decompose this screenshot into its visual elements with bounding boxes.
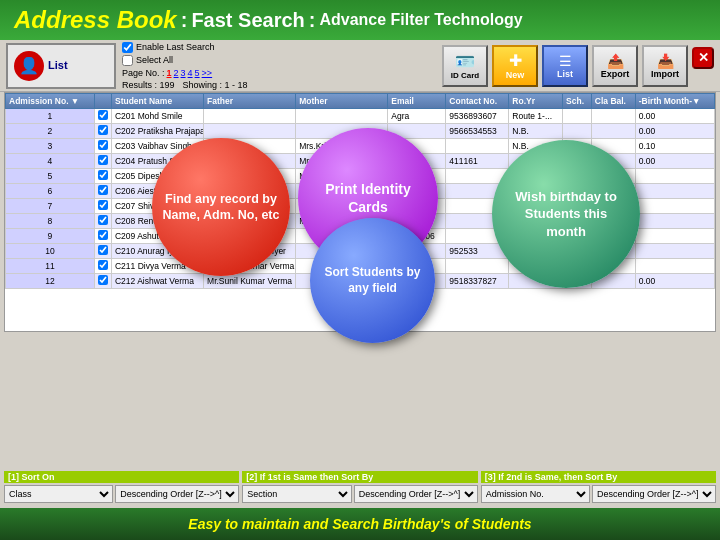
col-birth[interactable]: -Birth Month-▼ [635, 94, 714, 109]
main-area: 👤 List Enable Last Search Select All Pag… [0, 40, 720, 540]
col-name: Student Name [111, 94, 203, 109]
sort-field-2[interactable]: Section [242, 485, 351, 503]
student-icon: 👤 [14, 51, 44, 81]
enable-last-search-label: Enable Last Search [136, 42, 215, 52]
results-count: Results : 199 [122, 80, 175, 90]
sort-label-2: [2] If 1st is Same then Sort By [242, 471, 477, 483]
page-label: Page No. : [122, 68, 165, 78]
sort-order-1[interactable]: Descending Order [Z-->^] [115, 485, 239, 503]
sort-group-1: [1] Sort On Class Descending Order [Z-->… [4, 471, 239, 503]
col-father: Father [204, 94, 296, 109]
sort-label-1: [1] Sort On [4, 471, 239, 483]
col-email: Email [388, 94, 446, 109]
student-label: List [48, 58, 68, 72]
sort-field-1[interactable]: Class [4, 485, 113, 503]
col-ro: Ro.Yr [509, 94, 563, 109]
col-bal: Cla Bal. [591, 94, 635, 109]
page-next[interactable]: >> [202, 68, 213, 78]
col-admission[interactable]: Admission No. ▼ [6, 94, 95, 109]
new-label: New [506, 70, 525, 80]
col-check [94, 94, 111, 109]
import-button[interactable]: 📥 Import [642, 45, 688, 87]
sort-bar: [1] Sort On Class Descending Order [Z-->… [0, 468, 720, 506]
import-label: Import [651, 69, 679, 79]
header-colon: : [181, 9, 188, 32]
sort-group-3: [3] If 2nd is Same, then Sort By Admissi… [481, 471, 716, 503]
header-advance: Advance Filter Technology [319, 11, 522, 29]
sort-order-2[interactable]: Descending Order [Z-->^] [354, 485, 478, 503]
footer-text: Easy to maintain and Search Birthday's o… [188, 516, 531, 532]
page-3[interactable]: 3 [181, 68, 186, 78]
checkbox-area: Enable Last Search Select All Page No. :… [122, 42, 248, 90]
wish-birthday-bubble[interactable]: Wish birthday to Students this month [492, 140, 640, 288]
sort-students-bubble[interactable]: Sort Students by any field [310, 218, 435, 343]
footer: Easy to maintain and Search Birthday's o… [0, 508, 720, 540]
new-button[interactable]: ✚ New [492, 45, 538, 87]
col-contact: Contact No. [446, 94, 509, 109]
col-mother: Mother [296, 94, 388, 109]
page-5[interactable]: 5 [195, 68, 200, 78]
header-fast-search: Fast Search [191, 9, 304, 32]
page-4[interactable]: 4 [188, 68, 193, 78]
showing-range: Showing : 1 - 18 [183, 80, 248, 90]
table-row[interactable]: 1 C201 Mohd Smile Agra 9536893607 Route … [6, 109, 715, 124]
list-button[interactable]: ☰ List [542, 45, 588, 87]
find-record-bubble[interactable]: Find any record by Name, Adm. No, etc [152, 138, 290, 276]
student-section: 👤 List [6, 43, 116, 89]
page-2[interactable]: 2 [174, 68, 179, 78]
enable-last-search-checkbox[interactable] [122, 42, 133, 53]
header-colon2: : [309, 9, 316, 32]
col-sch: Sch. [563, 94, 592, 109]
list-label: List [557, 69, 573, 79]
export-button[interactable]: 📤 Export [592, 45, 638, 87]
sort-label-3: [3] If 2nd is Same, then Sort By [481, 471, 716, 483]
header-title: Address Book [14, 6, 177, 34]
page-1[interactable]: 1 [167, 68, 172, 78]
sort-field-3[interactable]: Admission No. [481, 485, 590, 503]
id-card-label: ID Card [451, 71, 479, 80]
select-all-label: Select All [136, 55, 173, 65]
sort-group-2: [2] If 1st is Same then Sort By Section … [242, 471, 477, 503]
top-toolbar: 👤 List Enable Last Search Select All Pag… [0, 40, 720, 92]
sort-order-3[interactable]: Descending Order [Z-->^] [592, 485, 716, 503]
select-all-checkbox[interactable] [122, 55, 133, 66]
close-button[interactable]: ✕ [692, 47, 714, 69]
id-card-button[interactable]: 🪪 ID Card [442, 45, 488, 87]
header: Address Book : Fast Search : Advance Fil… [0, 0, 720, 40]
action-buttons: 🪪 ID Card ✚ New ☰ List 📤 Export 📥 Import… [442, 45, 714, 87]
export-label: Export [601, 69, 630, 79]
